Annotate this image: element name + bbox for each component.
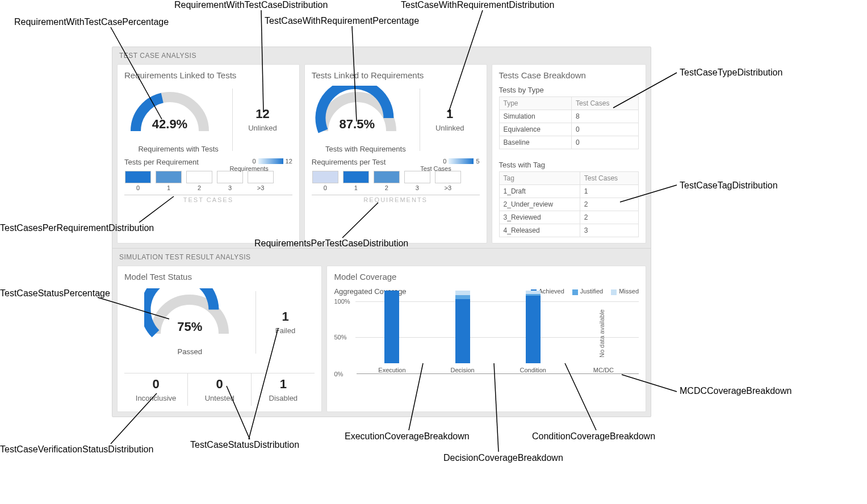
card-title: Tests Case Breakdown (499, 70, 639, 80)
table-row: Equivalence0 (499, 123, 638, 136)
annotation: TestCaseStatusPercentage (0, 288, 110, 299)
heat-legend-min: 0 (252, 158, 256, 165)
heat-cell: 1 (342, 171, 370, 191)
heat-cell: 3 (404, 171, 431, 191)
heat-cell: 0 (312, 171, 339, 191)
heat-legend-label: Requirements (229, 165, 268, 172)
bar-col: No data available MC/DC (584, 291, 623, 373)
annotation: RequirementWithTestCasePercentage (14, 17, 169, 27)
bar-chart-coverage: 100% 50% 0% Execution Decision Condition… (334, 296, 639, 392)
annotation: ConditionCoverageBreakdown (532, 431, 655, 442)
table-row: 3_Reviewed2 (499, 211, 638, 224)
gauge-label: Passed (124, 347, 256, 356)
card-title: Tests Linked to Requirements (312, 70, 480, 80)
heat-cell: 2 (373, 171, 400, 191)
annotation: TestCaseVerificationStatusDistribution (0, 444, 153, 455)
heat-legend-min: 0 (443, 158, 446, 165)
heat-title: Requirements per Test (312, 158, 386, 166)
heat-cell: 2 (186, 171, 213, 191)
annotation: TestCaseTagDistribution (680, 180, 778, 191)
panel-header-sim-results: SIMULATION TEST RESULT ANALYSIS (112, 248, 651, 266)
card-tests-breakdown: Tests Case Breakdown Tests by Type TypeT… (492, 64, 646, 243)
gauge-label: Tests with Requirements (312, 145, 420, 153)
card-model-test-status: Model Test Status 75% Passed 1 Failed (117, 266, 322, 412)
unlinked-label: Unlinked (420, 124, 480, 132)
unlinked-label: Unlinked (233, 124, 292, 132)
heat-title: Tests per Requirement (124, 158, 199, 166)
ytick: 100% (334, 298, 350, 305)
card-model-coverage: Model Coverage Aggregated Coverage Achie… (326, 266, 646, 412)
gauge-value: 42.9% (124, 117, 215, 132)
heat-legend-grad (449, 158, 474, 164)
failed-count: 1 (256, 309, 315, 324)
card-tests-linked: Tests Linked to Requirements 87.5% Tests… (304, 64, 487, 243)
heat-cell: 0 (124, 171, 152, 191)
bar-col: Condition (513, 291, 553, 373)
annotation: DecisionCoverageBreakdown (443, 453, 563, 463)
table-row: Simulation8 (499, 110, 638, 123)
gauge-label: Requirements with Tests (124, 145, 232, 153)
status-cell: 0Inconclusive (124, 373, 188, 406)
heat-cell: 1 (155, 171, 182, 191)
heat-legend-label: Test Cases (420, 165, 451, 172)
failed-label: Failed (256, 326, 315, 335)
bar-col: Decision (443, 291, 483, 373)
status-distribution: 0Inconclusive0Untested1Disabled (124, 373, 315, 406)
annotation: TestCaseWithRequirementPercentage (265, 16, 419, 26)
gauge-passed: 75% (144, 288, 235, 345)
ytick: 0% (334, 371, 343, 377)
card-title: Requirements Linked to Tests (124, 70, 292, 80)
bar-col: Execution (372, 291, 412, 373)
table-row: 2_Under_review2 (499, 198, 638, 211)
card-title: Model Test Status (124, 272, 315, 282)
status-cell: 1Disabled (252, 373, 315, 406)
table-title-type: Tests by Type (499, 86, 639, 94)
annotation: RequirementWithTestCaseDistribution (174, 0, 328, 10)
annotation: ExecutionCoverageBreakdown (345, 431, 470, 442)
heat-legend-max: 5 (476, 158, 479, 165)
gauge-req-with-tests: 42.9% (124, 86, 215, 142)
annotation: TestCaseStatusDistribution (190, 440, 299, 450)
card-title: Model Coverage (334, 272, 639, 282)
ytick: 50% (334, 334, 346, 341)
table-tests-by-type: TypeTest CasesSimulation8Equivalence0Bas… (499, 96, 639, 149)
gauge-tests-with-req: 87.5% (312, 86, 403, 142)
status-cell: 0Untested (188, 373, 252, 406)
gauge-value: 75% (144, 320, 235, 334)
heat-legend-max: 12 (286, 158, 292, 165)
unlinked-count: 12 (233, 107, 292, 121)
card-requirements-linked: Requirements Linked to Tests 42.9% Requi… (117, 64, 300, 243)
table-row: Baseline0 (499, 136, 638, 149)
annotation: MCDCCoverageBreakdown (680, 386, 791, 396)
table-tests-by-tag: TagTest Cases1_Draft12_Under_review23_Re… (499, 171, 639, 237)
heat-req-per-test: 0123>3 (312, 171, 480, 191)
heat-tests-per-req: 0123>3 (124, 171, 292, 191)
annotation: TestCaseTypeDistribution (680, 68, 782, 78)
gauge-value: 87.5% (312, 117, 403, 132)
table-title-tag: Tests with Tag (499, 161, 639, 169)
unlinked-count: 1 (420, 107, 480, 121)
heat-axis: REQUIREMENTS (312, 195, 480, 203)
panel-header-test-case-analysis: TEST CASE ANALYSIS (112, 47, 651, 64)
heat-legend-grad (258, 158, 283, 164)
heat-cell: >3 (434, 171, 462, 191)
heat-cell: >3 (247, 171, 274, 191)
table-row: 4_Released3 (499, 224, 638, 237)
heat-cell: 3 (216, 171, 244, 191)
heat-axis: TEST CASES (124, 195, 292, 203)
annotation: TestCaseWithRequirementDistribution (401, 0, 554, 10)
table-row: 1_Draft1 (499, 185, 638, 198)
